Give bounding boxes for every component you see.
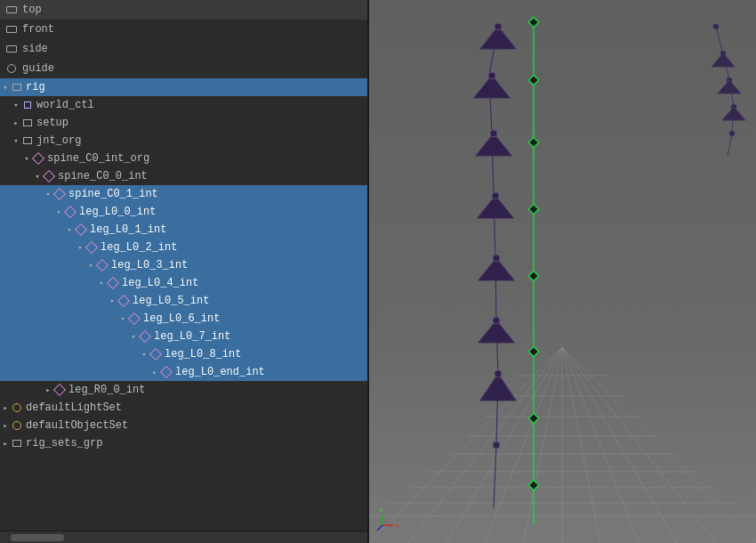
tree-item-label: leg_R0_0_int	[68, 384, 145, 396]
tree-item-label: leg_L0_2_int	[101, 241, 177, 254]
expand-button[interactable]: ▸	[43, 385, 53, 395]
svg-point-29	[488, 72, 495, 79]
expand-button[interactable]: ▾	[43, 189, 53, 199]
camera-top-label: top	[22, 4, 42, 16]
node-icon-joint	[96, 259, 109, 272]
node-icon-joint	[139, 330, 151, 343]
svg-rect-0	[369, 0, 756, 543]
tree-item-setup[interactable]: ▸setup	[0, 114, 367, 132]
tree-item-leg_L0_7_int[interactable]: ▾leg_L0_7_int	[0, 328, 367, 345]
tree-item-leg_L0_8_int[interactable]: ▾leg_L0_8_int	[0, 345, 367, 363]
expand-button[interactable]: ▾	[117, 313, 128, 324]
tree-item-label: jnt_org	[36, 134, 81, 147]
tree-item-label: spine_C0_int_org	[47, 152, 149, 165]
svg-text:X: X	[395, 523, 399, 531]
tree-item-leg_L0_2_int[interactable]: ▾leg_L0_2_int	[0, 239, 367, 256]
camera-side[interactable]: side	[0, 39, 367, 59]
tree-item-world_ctl[interactable]: ▾world_ctl	[0, 96, 367, 114]
tree-item-rig_sets_grp[interactable]: ▸rig_sets_grp	[0, 434, 367, 452]
svg-point-56	[729, 131, 735, 136]
expand-button[interactable]: ▾	[85, 260, 96, 271]
svg-point-33	[493, 317, 500, 324]
tree-item-jnt_org[interactable]: ▾jnt_org	[0, 132, 367, 150]
expand-button[interactable]: ▾	[107, 296, 117, 306]
tree-item-leg_R0_0_int[interactable]: ▸leg_R0_0_int	[0, 381, 367, 399]
guide-icon	[5, 64, 18, 73]
camera-top[interactable]: top	[0, 0, 367, 20]
outliner[interactable]: ▾rig▾world_ctl▸setup▾jnt_org▾spine_C0_in…	[0, 78, 367, 531]
expand-button[interactable]: ▾	[32, 171, 43, 182]
node-icon-joint	[128, 312, 141, 325]
tree-item-label: leg_L0_1_int	[90, 223, 166, 236]
node-icon-joint	[75, 223, 87, 236]
node-icon-joint	[117, 295, 130, 307]
expand-button[interactable]: ▾	[11, 100, 21, 110]
node-icon-joint	[107, 277, 119, 289]
svg-point-28	[495, 23, 502, 30]
node-icon-group	[11, 437, 23, 450]
node-icon-joint	[149, 348, 162, 361]
expand-button[interactable]: ▸	[0, 438, 11, 449]
node-icon-joint	[53, 384, 66, 396]
camera-guide-label: guide	[22, 62, 54, 75]
expand-button[interactable]: ▾	[64, 224, 75, 235]
tree-item-leg_L0_0_int[interactable]: ▾leg_L0_0_int	[0, 203, 367, 221]
expand-button[interactable]: ▾	[75, 242, 85, 253]
tree-item-label: spine_C0_1_int	[68, 188, 158, 200]
tree-item-label: defaultLightSet	[26, 401, 122, 414]
node-icon-joint	[53, 188, 66, 200]
tree-item-leg_L0_6_int[interactable]: ▾leg_L0_6_int	[0, 310, 367, 328]
camera-side-label: side	[22, 43, 48, 55]
camera-front[interactable]: front	[0, 20, 367, 39]
expand-button[interactable]: ▸	[0, 420, 11, 431]
tree-item-leg_L0_5_int[interactable]: ▾leg_L0_5_int	[0, 292, 367, 310]
expand-button[interactable]: ▾	[53, 207, 64, 217]
expand-button[interactable]: ▾	[11, 135, 21, 146]
viewport[interactable]: X Y	[369, 0, 756, 543]
tree-item-leg_L0_3_int[interactable]: ▾leg_L0_3_int	[0, 256, 367, 274]
camera-guide[interactable]: guide	[0, 59, 367, 78]
expand-button[interactable]: ▾	[128, 331, 139, 342]
node-icon-joint	[32, 152, 44, 165]
expand-button[interactable]: ▾	[0, 82, 11, 93]
camera-views: top front side guide	[0, 0, 367, 78]
svg-point-52	[713, 24, 719, 29]
h-scrollbar[interactable]	[0, 531, 367, 543]
tree-item-spine_C0_int_org[interactable]: ▾spine_C0_int_org	[0, 150, 367, 167]
tree-item-leg_L0_4_int[interactable]: ▾leg_L0_4_int	[0, 274, 367, 292]
tree-item-label: rig_sets_grp	[26, 437, 102, 450]
node-icon-group	[21, 117, 34, 129]
expand-button[interactable]: ▸	[149, 367, 160, 377]
tree-item-label: leg_L0_8_int	[165, 348, 241, 361]
expand-button[interactable]: ▾	[21, 153, 32, 164]
expand-button[interactable]: ▸	[11, 118, 21, 128]
tree-item-label: world_ctl	[36, 99, 94, 111]
tree-item-label: rig	[26, 81, 45, 93]
tree-item-label: leg_L0_6_int	[143, 312, 220, 325]
tree-item-spine_C0_1_int[interactable]: ▾spine_C0_1_int	[0, 185, 367, 203]
tree-item-label: defaultObjectSet	[26, 419, 128, 432]
tree-item-spine_C0_0_int[interactable]: ▾spine_C0_0_int	[0, 167, 367, 185]
tree-item-leg_L0_1_int[interactable]: ▾leg_L0_1_int	[0, 221, 367, 239]
scene-svg: X Y	[369, 0, 756, 543]
node-icon-joint	[160, 366, 173, 378]
tree-item-defaultObjectSet[interactable]: ▸defaultObjectSet	[0, 417, 367, 434]
h-scrollbar-thumb[interactable]	[11, 534, 64, 541]
tree-item-leg_L0_end_int[interactable]: ▸leg_L0_end_int	[0, 363, 367, 381]
node-icon-group	[21, 134, 34, 147]
node-icon-set	[11, 401, 23, 414]
camera-icon	[5, 45, 18, 53]
tree-item-rig[interactable]: ▾rig	[0, 78, 367, 96]
tree-item-label: leg_L0_5_int	[133, 295, 209, 307]
expand-button[interactable]: ▾	[139, 349, 149, 360]
svg-point-34	[495, 370, 502, 377]
tree-item-defaultLightSet[interactable]: ▸defaultLightSet	[0, 399, 367, 417]
expand-button[interactable]: ▸	[0, 402, 11, 413]
tree-item-label: leg_L0_7_int	[154, 330, 230, 343]
node-icon-joint	[64, 206, 76, 218]
tree-item-label: leg_L0_0_int	[79, 206, 156, 218]
expand-button[interactable]: ▾	[96, 278, 107, 288]
camera-icon	[5, 25, 18, 34]
node-icon-set	[11, 419, 23, 432]
left-panel: top front side guide ▾rig▾world_ctl▸setu…	[0, 0, 369, 543]
